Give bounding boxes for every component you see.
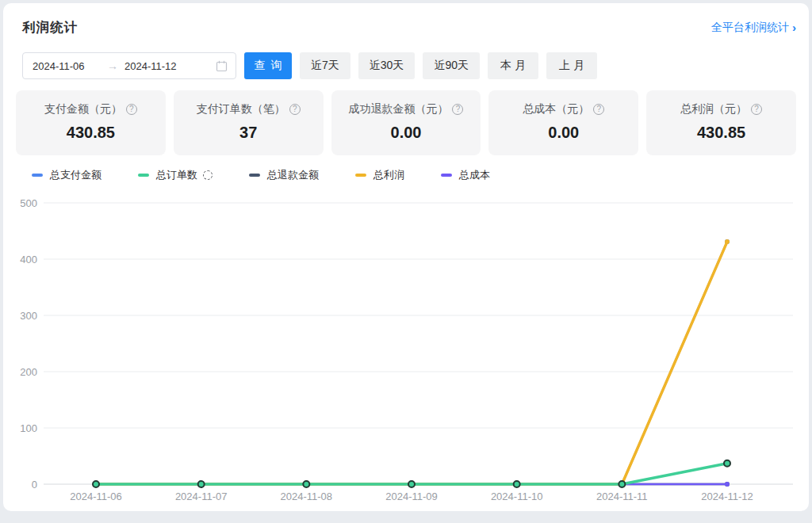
all-platform-profit-link-label: 全平台利润统计 — [711, 21, 789, 35]
legend-dash-icon — [138, 174, 149, 177]
quick-range-button-3[interactable]: 本月 — [488, 52, 538, 79]
stat-card-1: 支付订单数（笔）?37 — [174, 90, 324, 155]
stat-card-value: 430.85 — [646, 124, 796, 142]
calendar-icon — [216, 60, 228, 72]
legend-dash-icon — [249, 174, 260, 177]
legend-item-3[interactable]: 总利润 — [355, 168, 404, 182]
x-axis-label: 2024-11-09 — [385, 491, 438, 502]
legend-item-4[interactable]: 总成本 — [441, 168, 490, 182]
quick-range-button-2[interactable]: 近90天 — [423, 52, 480, 79]
legend-label: 总退款金额 — [267, 168, 319, 182]
quick-range-button-0[interactable]: 近7天 — [300, 52, 350, 79]
summary-stat-cards: 支付金额（元）?430.85支付订单数（笔）?37成功退款金额（元）?0.00总… — [16, 90, 796, 155]
date-range-picker[interactable]: → — [22, 52, 236, 79]
stat-card-label: 支付订单数（笔） — [197, 102, 285, 116]
series-point-总利润 — [725, 239, 730, 244]
stat-card-value: 0.00 — [331, 124, 481, 142]
page-title: 利润统计 — [22, 19, 78, 36]
filter-controls: → 查询 近7天近30天近90天本月上月 — [22, 52, 597, 79]
help-icon[interactable]: ? — [126, 104, 137, 115]
range-arrow-icon: → — [107, 59, 118, 72]
quick-range-button-4[interactable]: 上月 — [546, 52, 597, 79]
query-button[interactable]: 查询 — [244, 52, 292, 79]
x-axis-label: 2024-11-12 — [701, 491, 753, 502]
chevron-right-icon: › — [792, 21, 796, 34]
legend-label: 总利润 — [373, 168, 404, 182]
y-axis-label: 500 — [20, 197, 37, 209]
legend-dash-icon — [441, 174, 452, 177]
x-axis-label: 2024-11-10 — [491, 491, 543, 502]
legend-dash-icon — [355, 174, 366, 177]
stat-card-4: 总利润（元）?430.85 — [646, 90, 796, 155]
x-axis-label: 2024-11-11 — [596, 491, 648, 502]
stat-card-0: 支付金额（元）?430.85 — [16, 90, 166, 155]
series-point-总订单数 — [198, 481, 205, 487]
series-line-总支付金额 — [96, 242, 727, 484]
y-axis-label: 400 — [20, 254, 37, 265]
legend-label: 总订单数 — [156, 168, 197, 182]
y-axis-label: 200 — [20, 366, 37, 378]
quick-range-button-1[interactable]: 近30天 — [358, 52, 416, 79]
help-icon[interactable]: ? — [289, 104, 301, 115]
help-icon[interactable]: ? — [593, 104, 604, 115]
series-point-总订单数 — [619, 481, 625, 487]
all-platform-profit-link[interactable]: 全平台利润统计 › — [711, 21, 796, 35]
series-point-总订单数 — [514, 481, 520, 487]
series-point-总成本 — [725, 482, 730, 487]
legend-dash-icon — [32, 174, 43, 177]
legend-label: 总成本 — [459, 168, 490, 182]
stat-card-label: 支付金额（元） — [44, 102, 122, 116]
stat-card-label: 成功退款金额（元） — [348, 102, 448, 116]
clock-icon — [203, 170, 213, 180]
series-point-总订单数 — [724, 460, 730, 467]
start-date-input[interactable] — [33, 60, 105, 72]
series-point-总订单数 — [303, 481, 309, 487]
end-date-input[interactable] — [124, 60, 197, 72]
series-point-总订单数 — [93, 481, 99, 487]
profit-line-chart-canvas: 01002003004005002024-11-062024-11-072024… — [3, 192, 809, 509]
panel-header: 利润统计 全平台利润统计 › — [22, 17, 796, 38]
series-line-总利润 — [96, 242, 727, 484]
profit-statistics-panel: 利润统计 全平台利润统计 › → 查询 近7天近30天近90天本月上月 支付金额… — [3, 3, 809, 511]
stat-card-label: 总成本（元） — [523, 102, 589, 116]
chart-legend: 总支付金额总订单数总退款金额总利润总成本 — [32, 168, 490, 182]
stat-card-3: 总成本（元）?0.00 — [488, 90, 638, 155]
legend-label: 总支付金额 — [50, 168, 102, 182]
x-axis-label: 2024-11-07 — [175, 491, 228, 502]
stat-card-value: 0.00 — [488, 124, 638, 142]
stat-card-2: 成功退款金额（元）?0.00 — [331, 90, 481, 155]
help-icon[interactable]: ? — [751, 104, 762, 115]
x-axis-label: 2024-11-08 — [281, 491, 333, 502]
stat-card-label: 总利润（元） — [680, 102, 747, 116]
stat-card-value: 37 — [174, 124, 324, 142]
y-axis-label: 0 — [32, 479, 37, 491]
x-axis-label: 2024-11-06 — [70, 491, 122, 502]
legend-item-0[interactable]: 总支付金额 — [32, 168, 102, 182]
profit-chart[interactable]: 01002003004005002024-11-062024-11-072024… — [3, 192, 809, 509]
stat-card-value: 430.85 — [16, 124, 166, 142]
y-axis-label: 100 — [20, 422, 37, 434]
quick-range-buttons: 近7天近30天近90天本月上月 — [300, 52, 597, 79]
y-axis-label: 300 — [20, 310, 37, 322]
series-point-总订单数 — [408, 481, 415, 487]
legend-item-2[interactable]: 总退款金额 — [249, 168, 319, 182]
help-icon[interactable]: ? — [452, 104, 463, 115]
legend-item-1[interactable]: 总订单数 — [138, 168, 213, 182]
